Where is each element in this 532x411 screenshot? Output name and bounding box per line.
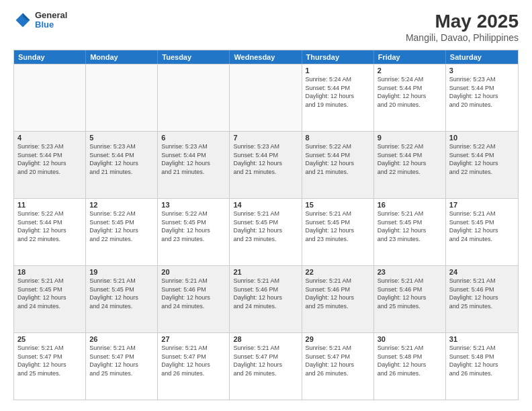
day-info: Sunrise: 5:21 AMSunset: 5:47 PMDaylight:… (306, 344, 370, 377)
day-info: Sunrise: 5:22 AMSunset: 5:44 PMDaylight:… (378, 142, 442, 176)
day-cell-26: 26Sunrise: 5:21 AMSunset: 5:47 PMDayligh… (86, 333, 158, 400)
day-cell-20: 20Sunrise: 5:21 AMSunset: 5:46 PMDayligh… (158, 266, 230, 332)
empty-cell (158, 64, 230, 131)
header-day-friday: Friday (374, 50, 446, 64)
day-cell-24: 24Sunrise: 5:21 AMSunset: 5:46 PMDayligh… (446, 266, 518, 332)
day-number: 2 (378, 66, 442, 75)
day-cell-7: 7Sunrise: 5:23 AMSunset: 5:44 PMDaylight… (230, 132, 302, 198)
day-number: 16 (378, 201, 442, 209)
day-info: Sunrise: 5:21 AMSunset: 5:48 PMDaylight:… (378, 344, 442, 377)
day-cell-28: 28Sunrise: 5:21 AMSunset: 5:47 PMDayligh… (230, 333, 302, 400)
day-cell-23: 23Sunrise: 5:21 AMSunset: 5:46 PMDayligh… (374, 266, 446, 332)
day-cell-18: 18Sunrise: 5:21 AMSunset: 5:45 PMDayligh… (14, 266, 86, 332)
day-info: Sunrise: 5:21 AMSunset: 5:48 PMDaylight:… (449, 344, 515, 377)
logo: General Blue (13, 11, 67, 30)
day-number: 18 (17, 268, 82, 276)
day-number: 1 (306, 66, 370, 75)
day-number: 9 (378, 134, 442, 142)
day-number: 26 (89, 335, 154, 343)
day-info: Sunrise: 5:21 AMSunset: 5:45 PMDaylight:… (449, 210, 515, 243)
day-number: 30 (378, 335, 442, 343)
day-number: 11 (17, 201, 82, 209)
day-number: 25 (17, 335, 82, 343)
day-cell-17: 17Sunrise: 5:21 AMSunset: 5:45 PMDayligh… (446, 199, 518, 265)
day-info: Sunrise: 5:24 AMSunset: 5:44 PMDaylight:… (306, 75, 370, 109)
empty-cell (230, 64, 302, 131)
day-info: Sunrise: 5:22 AMSunset: 5:44 PMDaylight:… (17, 210, 82, 243)
day-cell-31: 31Sunrise: 5:21 AMSunset: 5:48 PMDayligh… (446, 333, 518, 400)
day-cell-14: 14Sunrise: 5:21 AMSunset: 5:45 PMDayligh… (230, 199, 302, 265)
day-cell-8: 8Sunrise: 5:22 AMSunset: 5:44 PMDaylight… (302, 132, 374, 198)
header-day-wednesday: Wednesday (230, 50, 302, 64)
day-number: 19 (89, 268, 154, 276)
day-info: Sunrise: 5:21 AMSunset: 5:46 PMDaylight:… (306, 277, 370, 310)
day-info: Sunrise: 5:22 AMSunset: 5:45 PMDaylight:… (89, 210, 154, 243)
day-cell-16: 16Sunrise: 5:21 AMSunset: 5:45 PMDayligh… (374, 199, 446, 265)
day-number: 23 (378, 268, 442, 276)
day-cell-9: 9Sunrise: 5:22 AMSunset: 5:44 PMDaylight… (374, 132, 446, 198)
day-number: 28 (233, 335, 298, 343)
day-info: Sunrise: 5:21 AMSunset: 5:45 PMDaylight:… (17, 277, 82, 310)
week-row-2: 4Sunrise: 5:23 AMSunset: 5:44 PMDaylight… (14, 131, 518, 198)
day-number: 31 (449, 335, 515, 343)
day-cell-25: 25Sunrise: 5:21 AMSunset: 5:47 PMDayligh… (14, 333, 86, 400)
day-number: 5 (89, 134, 154, 142)
calendar-body: 1Sunrise: 5:24 AMSunset: 5:44 PMDaylight… (14, 64, 518, 400)
day-info: Sunrise: 5:21 AMSunset: 5:45 PMDaylight:… (306, 210, 370, 243)
logo-icon (13, 11, 32, 30)
day-number: 12 (89, 201, 154, 209)
day-number: 21 (233, 268, 298, 276)
header-day-monday: Monday (86, 50, 158, 64)
day-number: 29 (306, 335, 370, 343)
day-number: 27 (161, 335, 226, 343)
day-number: 8 (306, 134, 370, 142)
calendar: SundayMondayTuesdayWednesdayThursdayFrid… (13, 50, 519, 400)
day-info: Sunrise: 5:21 AMSunset: 5:47 PMDaylight:… (17, 344, 82, 377)
day-cell-22: 22Sunrise: 5:21 AMSunset: 5:46 PMDayligh… (302, 266, 374, 332)
day-info: Sunrise: 5:21 AMSunset: 5:47 PMDaylight:… (161, 344, 226, 377)
day-cell-5: 5Sunrise: 5:23 AMSunset: 5:44 PMDaylight… (86, 132, 158, 198)
day-cell-29: 29Sunrise: 5:21 AMSunset: 5:47 PMDayligh… (302, 333, 374, 400)
week-row-4: 18Sunrise: 5:21 AMSunset: 5:45 PMDayligh… (14, 265, 518, 332)
header-day-tuesday: Tuesday (158, 50, 230, 64)
day-cell-13: 13Sunrise: 5:22 AMSunset: 5:45 PMDayligh… (158, 199, 230, 265)
day-cell-21: 21Sunrise: 5:21 AMSunset: 5:46 PMDayligh… (230, 266, 302, 332)
day-info: Sunrise: 5:24 AMSunset: 5:44 PMDaylight:… (378, 75, 442, 109)
day-cell-3: 3Sunrise: 5:23 AMSunset: 5:44 PMDaylight… (446, 64, 518, 131)
day-info: Sunrise: 5:21 AMSunset: 5:45 PMDaylight:… (233, 210, 298, 243)
page: General Blue May 2025 Mangili, Davao, Ph… (0, 0, 532, 411)
day-info: Sunrise: 5:23 AMSunset: 5:44 PMDaylight:… (89, 142, 154, 176)
header-day-sunday: Sunday (14, 50, 86, 64)
logo-blue: Blue (35, 20, 67, 30)
calendar-title: May 2025 (406, 11, 519, 32)
day-cell-19: 19Sunrise: 5:21 AMSunset: 5:45 PMDayligh… (86, 266, 158, 332)
day-number: 6 (161, 134, 226, 142)
header-day-thursday: Thursday (302, 50, 374, 64)
week-row-1: 1Sunrise: 5:24 AMSunset: 5:44 PMDaylight… (14, 64, 518, 131)
header-day-saturday: Saturday (446, 50, 518, 64)
day-number: 17 (449, 201, 515, 209)
day-number: 3 (449, 66, 515, 75)
calendar-subtitle: Mangili, Davao, Philippines (406, 32, 519, 43)
day-number: 13 (161, 201, 226, 209)
day-info: Sunrise: 5:22 AMSunset: 5:44 PMDaylight:… (306, 142, 370, 176)
empty-cell (14, 64, 86, 131)
day-info: Sunrise: 5:21 AMSunset: 5:47 PMDaylight:… (89, 344, 154, 377)
day-info: Sunrise: 5:21 AMSunset: 5:46 PMDaylight:… (378, 277, 442, 310)
day-cell-15: 15Sunrise: 5:21 AMSunset: 5:45 PMDayligh… (302, 199, 374, 265)
day-info: Sunrise: 5:23 AMSunset: 5:44 PMDaylight:… (233, 142, 298, 176)
day-cell-12: 12Sunrise: 5:22 AMSunset: 5:45 PMDayligh… (86, 199, 158, 265)
logo-general: General (35, 11, 67, 20)
logo-text: General Blue (35, 11, 67, 30)
day-number: 22 (306, 268, 370, 276)
title-block: May 2025 Mangili, Davao, Philippines (406, 11, 519, 43)
day-number: 4 (17, 134, 82, 142)
day-number: 10 (449, 134, 515, 142)
day-cell-30: 30Sunrise: 5:21 AMSunset: 5:48 PMDayligh… (374, 333, 446, 400)
day-cell-10: 10Sunrise: 5:22 AMSunset: 5:44 PMDayligh… (446, 132, 518, 198)
calendar-header: SundayMondayTuesdayWednesdayThursdayFrid… (14, 50, 518, 64)
day-info: Sunrise: 5:23 AMSunset: 5:44 PMDaylight:… (17, 142, 82, 176)
day-info: Sunrise: 5:21 AMSunset: 5:46 PMDaylight:… (449, 277, 515, 310)
day-cell-27: 27Sunrise: 5:21 AMSunset: 5:47 PMDayligh… (158, 333, 230, 400)
day-info: Sunrise: 5:21 AMSunset: 5:45 PMDaylight:… (89, 277, 154, 310)
